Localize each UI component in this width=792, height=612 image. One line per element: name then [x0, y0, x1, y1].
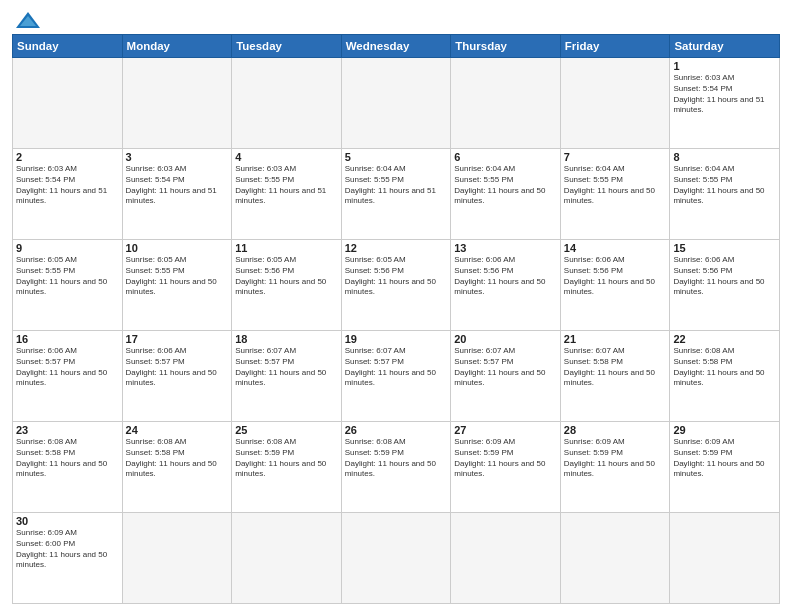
day-cell: 26Sunrise: 6:08 AMSunset: 5:59 PMDayligh…: [341, 422, 451, 513]
day-number: 24: [126, 424, 229, 436]
day-number: 26: [345, 424, 448, 436]
day-cell: 5Sunrise: 6:04 AMSunset: 5:55 PMDaylight…: [341, 149, 451, 240]
day-cell: 1Sunrise: 6:03 AMSunset: 5:54 PMDaylight…: [670, 58, 780, 149]
day-info: Sunrise: 6:08 AMSunset: 5:58 PMDaylight:…: [126, 437, 229, 480]
weekday-header-tuesday: Tuesday: [232, 35, 342, 58]
day-number: 22: [673, 333, 776, 345]
day-cell: 21Sunrise: 6:07 AMSunset: 5:58 PMDayligh…: [560, 331, 670, 422]
day-cell: 10Sunrise: 6:05 AMSunset: 5:55 PMDayligh…: [122, 240, 232, 331]
day-cell: 27Sunrise: 6:09 AMSunset: 5:59 PMDayligh…: [451, 422, 561, 513]
day-info: Sunrise: 6:08 AMSunset: 5:58 PMDaylight:…: [16, 437, 119, 480]
day-cell: 15Sunrise: 6:06 AMSunset: 5:56 PMDayligh…: [670, 240, 780, 331]
day-info: Sunrise: 6:08 AMSunset: 5:58 PMDaylight:…: [673, 346, 776, 389]
day-number: 16: [16, 333, 119, 345]
day-cell: 12Sunrise: 6:05 AMSunset: 5:56 PMDayligh…: [341, 240, 451, 331]
week-row-1: 1Sunrise: 6:03 AMSunset: 5:54 PMDaylight…: [13, 58, 780, 149]
weekday-header-friday: Friday: [560, 35, 670, 58]
day-number: 18: [235, 333, 338, 345]
day-info: Sunrise: 6:03 AMSunset: 5:55 PMDaylight:…: [235, 164, 338, 207]
day-info: Sunrise: 6:06 AMSunset: 5:57 PMDaylight:…: [16, 346, 119, 389]
day-number: 20: [454, 333, 557, 345]
day-cell: 2Sunrise: 6:03 AMSunset: 5:54 PMDaylight…: [13, 149, 123, 240]
day-cell: 25Sunrise: 6:08 AMSunset: 5:59 PMDayligh…: [232, 422, 342, 513]
day-number: 5: [345, 151, 448, 163]
day-cell: 9Sunrise: 6:05 AMSunset: 5:55 PMDaylight…: [13, 240, 123, 331]
day-cell: 24Sunrise: 6:08 AMSunset: 5:58 PMDayligh…: [122, 422, 232, 513]
day-cell: 8Sunrise: 6:04 AMSunset: 5:55 PMDaylight…: [670, 149, 780, 240]
day-cell: 6Sunrise: 6:04 AMSunset: 5:55 PMDaylight…: [451, 149, 561, 240]
weekday-header-wednesday: Wednesday: [341, 35, 451, 58]
day-cell: [122, 513, 232, 604]
week-row-6: 30Sunrise: 6:09 AMSunset: 6:00 PMDayligh…: [13, 513, 780, 604]
day-cell: [670, 513, 780, 604]
day-info: Sunrise: 6:08 AMSunset: 5:59 PMDaylight:…: [345, 437, 448, 480]
day-info: Sunrise: 6:07 AMSunset: 5:57 PMDaylight:…: [454, 346, 557, 389]
day-number: 10: [126, 242, 229, 254]
week-row-4: 16Sunrise: 6:06 AMSunset: 5:57 PMDayligh…: [13, 331, 780, 422]
day-number: 25: [235, 424, 338, 436]
page: SundayMondayTuesdayWednesdayThursdayFrid…: [0, 0, 792, 612]
day-info: Sunrise: 6:05 AMSunset: 5:55 PMDaylight:…: [126, 255, 229, 298]
day-cell: 14Sunrise: 6:06 AMSunset: 5:56 PMDayligh…: [560, 240, 670, 331]
day-cell: 22Sunrise: 6:08 AMSunset: 5:58 PMDayligh…: [670, 331, 780, 422]
day-number: 12: [345, 242, 448, 254]
week-row-5: 23Sunrise: 6:08 AMSunset: 5:58 PMDayligh…: [13, 422, 780, 513]
day-info: Sunrise: 6:05 AMSunset: 5:55 PMDaylight:…: [16, 255, 119, 298]
day-info: Sunrise: 6:05 AMSunset: 5:56 PMDaylight:…: [235, 255, 338, 298]
day-cell: 4Sunrise: 6:03 AMSunset: 5:55 PMDaylight…: [232, 149, 342, 240]
week-row-2: 2Sunrise: 6:03 AMSunset: 5:54 PMDaylight…: [13, 149, 780, 240]
day-cell: 28Sunrise: 6:09 AMSunset: 5:59 PMDayligh…: [560, 422, 670, 513]
day-number: 29: [673, 424, 776, 436]
day-number: 30: [16, 515, 119, 527]
weekday-header-monday: Monday: [122, 35, 232, 58]
day-number: 2: [16, 151, 119, 163]
day-number: 13: [454, 242, 557, 254]
day-cell: 19Sunrise: 6:07 AMSunset: 5:57 PMDayligh…: [341, 331, 451, 422]
day-cell: 16Sunrise: 6:06 AMSunset: 5:57 PMDayligh…: [13, 331, 123, 422]
day-cell: [341, 58, 451, 149]
day-info: Sunrise: 6:07 AMSunset: 5:57 PMDaylight:…: [235, 346, 338, 389]
day-cell: [560, 58, 670, 149]
day-info: Sunrise: 6:03 AMSunset: 5:54 PMDaylight:…: [673, 73, 776, 116]
day-cell: 17Sunrise: 6:06 AMSunset: 5:57 PMDayligh…: [122, 331, 232, 422]
day-cell: [122, 58, 232, 149]
day-info: Sunrise: 6:04 AMSunset: 5:55 PMDaylight:…: [345, 164, 448, 207]
day-number: 11: [235, 242, 338, 254]
day-number: 1: [673, 60, 776, 72]
day-info: Sunrise: 6:06 AMSunset: 5:56 PMDaylight:…: [564, 255, 667, 298]
weekday-header-saturday: Saturday: [670, 35, 780, 58]
day-cell: 7Sunrise: 6:04 AMSunset: 5:55 PMDaylight…: [560, 149, 670, 240]
day-cell: 29Sunrise: 6:09 AMSunset: 5:59 PMDayligh…: [670, 422, 780, 513]
logo-icon: [14, 10, 42, 30]
day-info: Sunrise: 6:09 AMSunset: 5:59 PMDaylight:…: [673, 437, 776, 480]
day-cell: 23Sunrise: 6:08 AMSunset: 5:58 PMDayligh…: [13, 422, 123, 513]
day-cell: [560, 513, 670, 604]
week-row-3: 9Sunrise: 6:05 AMSunset: 5:55 PMDaylight…: [13, 240, 780, 331]
day-info: Sunrise: 6:05 AMSunset: 5:56 PMDaylight:…: [345, 255, 448, 298]
day-info: Sunrise: 6:04 AMSunset: 5:55 PMDaylight:…: [564, 164, 667, 207]
day-info: Sunrise: 6:09 AMSunset: 5:59 PMDaylight:…: [454, 437, 557, 480]
weekday-header-thursday: Thursday: [451, 35, 561, 58]
day-cell: 20Sunrise: 6:07 AMSunset: 5:57 PMDayligh…: [451, 331, 561, 422]
day-cell: [232, 513, 342, 604]
day-number: 8: [673, 151, 776, 163]
day-info: Sunrise: 6:04 AMSunset: 5:55 PMDaylight:…: [454, 164, 557, 207]
day-cell: [341, 513, 451, 604]
day-number: 14: [564, 242, 667, 254]
day-number: 7: [564, 151, 667, 163]
calendar-table: SundayMondayTuesdayWednesdayThursdayFrid…: [12, 34, 780, 604]
day-number: 6: [454, 151, 557, 163]
day-number: 3: [126, 151, 229, 163]
day-info: Sunrise: 6:04 AMSunset: 5:55 PMDaylight:…: [673, 164, 776, 207]
day-cell: 13Sunrise: 6:06 AMSunset: 5:56 PMDayligh…: [451, 240, 561, 331]
day-cell: 30Sunrise: 6:09 AMSunset: 6:00 PMDayligh…: [13, 513, 123, 604]
weekday-row: SundayMondayTuesdayWednesdayThursdayFrid…: [13, 35, 780, 58]
day-info: Sunrise: 6:09 AMSunset: 5:59 PMDaylight:…: [564, 437, 667, 480]
day-number: 23: [16, 424, 119, 436]
day-number: 21: [564, 333, 667, 345]
calendar-header: SundayMondayTuesdayWednesdayThursdayFrid…: [13, 35, 780, 58]
logo: [12, 10, 42, 28]
day-number: 19: [345, 333, 448, 345]
day-number: 17: [126, 333, 229, 345]
day-cell: [13, 58, 123, 149]
